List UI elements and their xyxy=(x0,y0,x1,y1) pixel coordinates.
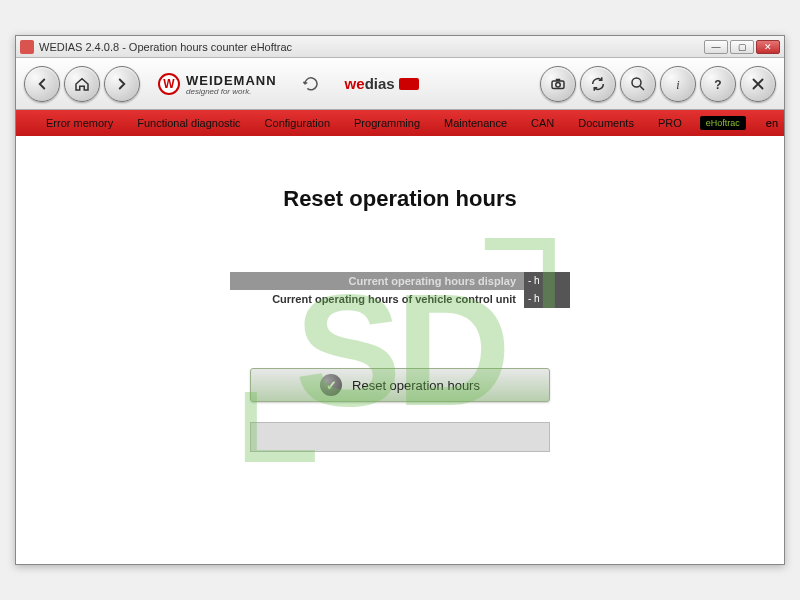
wedias-pre: we xyxy=(345,75,365,92)
search-button[interactable] xyxy=(620,66,656,102)
main-toolbar: W WEIDEMANN designed for work. wedias i xyxy=(16,58,784,110)
svg-point-3 xyxy=(632,78,641,87)
tab-documents[interactable]: Documents xyxy=(568,110,644,136)
refresh-icon[interactable] xyxy=(295,68,327,100)
wedias-post: dias xyxy=(365,75,395,92)
weidemann-tagline: designed for work. xyxy=(186,87,277,96)
weidemann-logo: W WEIDEMANN designed for work. xyxy=(158,71,277,96)
svg-point-1 xyxy=(556,82,561,87)
check-icon: ✓ xyxy=(320,374,342,396)
tab-error-memory[interactable]: Error memory xyxy=(36,110,123,136)
row-display-hours-label: Current operating hours display xyxy=(230,275,524,287)
tab-functional-diagnostic[interactable]: Functional diagnostic xyxy=(127,110,250,136)
info-button[interactable]: i xyxy=(660,66,696,102)
help-button[interactable]: ? xyxy=(700,66,736,102)
language-selector[interactable]: en xyxy=(760,117,784,129)
wedias-logo: wedias xyxy=(345,75,419,92)
weidemann-badge-icon: W xyxy=(158,73,180,95)
maximize-button[interactable]: ▢ xyxy=(730,40,754,54)
row-display-hours: Current operating hours display - h xyxy=(230,272,570,290)
tab-pro[interactable]: PRO xyxy=(648,110,692,136)
tab-maintenance[interactable]: Maintenance xyxy=(434,110,517,136)
titlebar: WEDIAS 2.4.0.8 - Operation hours counter… xyxy=(16,36,784,58)
minimize-button[interactable]: — xyxy=(704,40,728,54)
app-icon xyxy=(20,40,34,54)
content-area: SD Reset operation hours Current operati… xyxy=(16,136,784,564)
wedias-chip-icon xyxy=(399,78,419,90)
row-display-hours-value: - h xyxy=(524,272,570,290)
forward-button[interactable] xyxy=(104,66,140,102)
tab-can[interactable]: CAN xyxy=(521,110,564,136)
row-vcu-hours: Current operating hours of vehicle contr… xyxy=(230,290,570,308)
close-button[interactable] xyxy=(740,66,776,102)
reset-operation-hours-button[interactable]: ✓ Reset operation hours xyxy=(250,368,550,402)
svg-text:?: ? xyxy=(714,77,721,91)
window-title: WEDIAS 2.4.0.8 - Operation hours counter… xyxy=(39,41,292,53)
weidemann-name: WEIDEMANN xyxy=(186,73,277,88)
operating-hours-table: Current operating hours display - h Curr… xyxy=(230,272,570,308)
page-title: Reset operation hours xyxy=(16,186,784,212)
reset-button-label: Reset operation hours xyxy=(352,378,480,393)
tab-configuration[interactable]: Configuration xyxy=(255,110,340,136)
camera-button[interactable] xyxy=(540,66,576,102)
back-button[interactable] xyxy=(24,66,60,102)
nav-bar: Error memory Functional diagnostic Confi… xyxy=(16,110,784,136)
device-badge: eHoftrac xyxy=(700,116,746,130)
sync-button[interactable] xyxy=(580,66,616,102)
tab-programming[interactable]: Programming xyxy=(344,110,430,136)
row-vcu-hours-value: - h xyxy=(524,290,570,308)
home-button[interactable] xyxy=(64,66,100,102)
window-close-button[interactable]: ✕ xyxy=(756,40,780,54)
status-box xyxy=(250,422,550,452)
app-window: WEDIAS 2.4.0.8 - Operation hours counter… xyxy=(15,35,785,565)
svg-rect-2 xyxy=(556,78,561,80)
row-vcu-hours-label: Current operating hours of vehicle contr… xyxy=(230,293,524,305)
svg-text:i: i xyxy=(676,77,679,91)
